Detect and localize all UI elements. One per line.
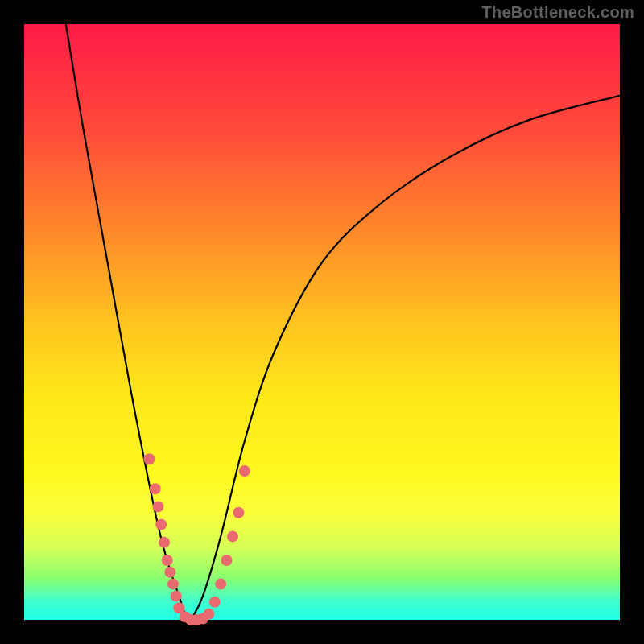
scatter-dot	[159, 537, 170, 548]
outer-frame: TheBottleneck.com	[0, 0, 644, 644]
curve-right-branch	[191, 96, 620, 620]
curve-left-branch	[66, 24, 191, 620]
scatter-dot	[227, 530, 238, 542]
plot-area	[24, 24, 620, 620]
chart-svg	[24, 24, 620, 620]
scatter-dot	[171, 590, 182, 601]
scatter-dot	[162, 555, 173, 566]
scatter-dot	[215, 579, 226, 590]
scatter-dot	[150, 483, 161, 494]
scatter-dot	[155, 519, 167, 530]
scatter-dot	[221, 555, 233, 566]
scatter-dot	[143, 453, 155, 464]
scatter-dot	[239, 465, 250, 477]
scatter-dot	[203, 609, 214, 620]
watermark-text: TheBottleneck.com	[481, 3, 634, 22]
scatter-dot	[209, 597, 221, 608]
scatter-dot	[233, 507, 244, 518]
scatter-dot	[153, 501, 164, 512]
scatter-dot	[164, 567, 175, 578]
scatter-dot	[167, 579, 179, 590]
